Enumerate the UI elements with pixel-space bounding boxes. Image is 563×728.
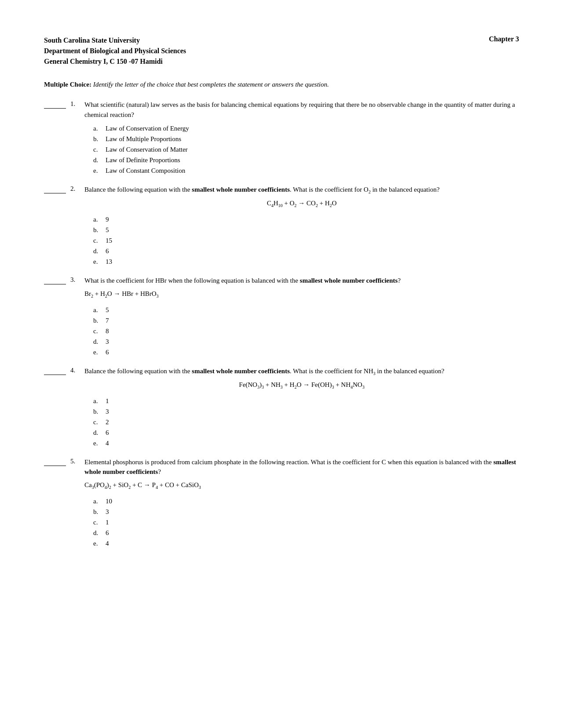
question-content-3: What is the coefficient for HBr when the… xyxy=(84,276,519,357)
instructions-text: Identify the letter of the choice that b… xyxy=(93,81,329,88)
question-2: 2. Balance the following equation with t… xyxy=(44,185,519,267)
question-text-4: Balance the following equation with the … xyxy=(84,366,519,377)
question-content-2: Balance the following equation with the … xyxy=(84,185,519,267)
choice-5a: a.10 xyxy=(93,496,519,506)
choices-3: a.5 b.7 c.8 d.3 e.6 xyxy=(93,305,519,357)
answer-blank-2 xyxy=(44,186,66,193)
choice-3c: c.8 xyxy=(93,326,519,336)
choice-5d: d.6 xyxy=(93,528,519,538)
choice-1b: b.Law of Multiple Proportions xyxy=(93,134,519,144)
question-4: 4. Balance the following equation with t… xyxy=(44,366,519,448)
choice-4d: d.6 xyxy=(93,427,519,438)
answer-blank-4 xyxy=(44,368,66,375)
choice-5c: c.1 xyxy=(93,517,519,528)
choice-5e: e.4 xyxy=(93,538,519,549)
choice-2a: a.9 xyxy=(93,214,519,225)
choice-2b: b.5 xyxy=(93,225,519,235)
question-3: 3. What is the coefficient for HBr when … xyxy=(44,276,519,357)
equation-4: Fe(NO3)3 + NH3 + H2O → Fe(OH)3 + NH4NO3 xyxy=(84,381,519,389)
question-text-1: What scientific (natural) law serves as … xyxy=(84,100,519,120)
choice-2e: e.13 xyxy=(93,256,519,267)
choice-5b: b.3 xyxy=(93,506,519,517)
answer-blank-5 xyxy=(44,459,66,466)
choices-4: a.1 b.3 c.2 d.6 e.4 xyxy=(93,396,519,448)
page-header: South Carolina State University Departme… xyxy=(44,35,519,67)
instructions: Multiple Choice: Identify the letter of … xyxy=(44,80,519,89)
course-name: General Chemistry I, C 150 -07 Hamidi xyxy=(44,56,186,67)
choice-4c: c.2 xyxy=(93,417,519,427)
chapter-label: Chapter 3 xyxy=(489,35,519,43)
choice-1a: a.Law of Conservation of Energy xyxy=(93,123,519,134)
choice-2c: c.15 xyxy=(93,235,519,246)
choice-4a: a.1 xyxy=(93,396,519,406)
answer-blank-3 xyxy=(44,277,66,284)
choice-3e: e.6 xyxy=(93,347,519,357)
question-number-3: 3. xyxy=(70,276,81,284)
university-name: South Carolina State University xyxy=(44,35,186,46)
question-text-5: Elemental phosphorus is produced from ca… xyxy=(84,457,519,477)
department-name: Department of Biological and Physical Sc… xyxy=(44,46,186,56)
choice-1e: e.Law of Constant Composition xyxy=(93,165,519,176)
choice-4e: e.4 xyxy=(93,438,519,448)
equation-3: Br2 + H2O → HBr + HBrO3 xyxy=(84,290,519,298)
answer-blank-1 xyxy=(44,102,66,109)
choice-3b: b.7 xyxy=(93,315,519,326)
choice-3d: d.3 xyxy=(93,336,519,347)
question-text-3: What is the coefficient for HBr when the… xyxy=(84,276,519,286)
question-5: 5. Elemental phosphorus is produced from… xyxy=(44,457,519,549)
question-number-1: 1. xyxy=(70,100,81,108)
choices-2: a.9 b.5 c.15 d.6 e.13 xyxy=(93,214,519,267)
equation-5: Ca3(PO4)2 + SiO2 + C → P4 + CO + CaSiO3 xyxy=(84,481,519,490)
question-content-4: Balance the following equation with the … xyxy=(84,366,519,448)
question-number-2: 2. xyxy=(70,185,81,193)
choice-1c: c.Law of Conservation of Matter xyxy=(93,144,519,155)
question-content-1: What scientific (natural) law serves as … xyxy=(84,100,519,176)
choices-1: a.Law of Conservation of Energy b.Law of… xyxy=(93,123,519,176)
question-number-5: 5. xyxy=(70,458,81,465)
questions-container: 1. What scientific (natural) law serves … xyxy=(44,100,519,549)
choice-4b: b.3 xyxy=(93,406,519,417)
equation-2: C4H10 + O2 → CO2 + H2O xyxy=(84,200,519,208)
choices-5: a.10 b.3 c.1 d.6 e.4 xyxy=(93,496,519,549)
question-1: 1. What scientific (natural) law serves … xyxy=(44,100,519,176)
choice-2d: d.6 xyxy=(93,246,519,256)
header-left: South Carolina State University Departme… xyxy=(44,35,186,67)
choice-3a: a.5 xyxy=(93,305,519,315)
question-text-2: Balance the following equation with the … xyxy=(84,185,519,195)
choice-1d: d.Law of Definite Proportions xyxy=(93,155,519,165)
instructions-label: Multiple Choice: xyxy=(44,81,91,88)
question-number-4: 4. xyxy=(70,367,81,374)
question-content-5: Elemental phosphorus is produced from ca… xyxy=(84,457,519,549)
